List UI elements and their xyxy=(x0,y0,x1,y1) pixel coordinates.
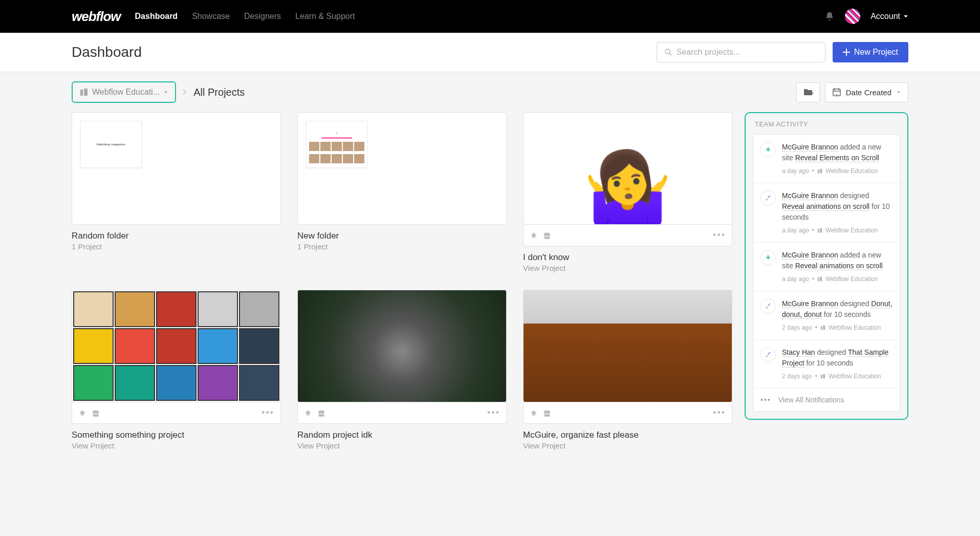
card-more-button[interactable]: ••• xyxy=(262,408,274,418)
folder-preview: Mailchimp integration xyxy=(80,121,142,168)
notifications-icon[interactable] xyxy=(824,11,835,22)
breadcrumb-current: All Projects xyxy=(193,87,245,98)
top-nav: webflow Dashboard Showcase Designers Lea… xyxy=(0,0,980,33)
card-title: McGuire, organize fast please xyxy=(523,430,732,440)
project-thumb: 🤷‍♀️ xyxy=(523,112,732,225)
activity-item[interactable]: Stacy Han designed That Sample Project f… xyxy=(753,340,900,389)
building-icon xyxy=(820,374,825,379)
card-subtitle[interactable]: View Project xyxy=(523,264,732,272)
team-name: Webflow Educati... xyxy=(92,88,160,97)
projects-grid: Mailchimp integration Random folder 1 Pr… xyxy=(72,112,732,450)
activity-user[interactable]: McGuire Brannon xyxy=(782,251,838,260)
shop-icon xyxy=(543,409,551,417)
building-icon xyxy=(820,325,825,330)
card-footer: ••• xyxy=(297,402,507,424)
project-thumb xyxy=(297,290,507,402)
team-activity-panel: TEAM ACTIVITY + McGuire Brannon added a … xyxy=(745,112,908,420)
activity-meta: a day ago • Webflow Education xyxy=(782,226,892,235)
activity-user[interactable]: McGuire Brannon xyxy=(782,299,838,308)
project-card[interactable]: ••• McGuire, organize fast please View P… xyxy=(523,290,732,450)
activity-title: TEAM ACTIVITY xyxy=(753,120,900,128)
brush-icon xyxy=(760,298,776,314)
brush-icon xyxy=(760,347,776,362)
activity-target[interactable]: Reveal animations on scroll xyxy=(795,262,883,270)
svg-rect-15 xyxy=(820,228,822,233)
project-card[interactable]: ••• Random project idk View Project xyxy=(297,290,507,450)
more-icon: ••• xyxy=(760,396,771,404)
search-box[interactable] xyxy=(657,42,825,62)
project-card[interactable]: 🤷‍♀️ ••• I don't know View Project xyxy=(523,112,732,272)
new-folder-button[interactable] xyxy=(796,82,820,102)
shop-icon xyxy=(317,409,325,417)
card-subtitle: 1 Project xyxy=(297,242,507,251)
svg-rect-14 xyxy=(818,229,819,233)
activity-item[interactable]: McGuire Brannon designed Reveal animatio… xyxy=(753,183,900,243)
activity-action: designed xyxy=(815,348,848,356)
activity-target[interactable]: Reveal animations on scroll xyxy=(782,202,869,211)
page-title: Dashboard xyxy=(72,44,142,60)
sort-button[interactable]: Date Created xyxy=(825,82,908,102)
chevron-right-icon xyxy=(182,89,187,96)
avatar[interactable] xyxy=(845,9,860,24)
nav-link-designers[interactable]: Designers xyxy=(244,12,281,21)
svg-rect-20 xyxy=(821,375,822,379)
chevron-down-icon xyxy=(903,14,908,19)
rocket-icon xyxy=(530,409,538,417)
plus-icon xyxy=(843,49,850,56)
rocket-icon xyxy=(78,409,86,417)
activity-user[interactable]: Stacy Han xyxy=(782,348,815,357)
activity-team: Webflow Education xyxy=(825,226,878,235)
folder-card[interactable]: Mailchimp integration Random folder 1 Pr… xyxy=(72,112,281,272)
activity-user[interactable]: McGuire Brannon xyxy=(782,191,838,200)
card-subtitle[interactable]: View Project xyxy=(72,441,281,450)
folder-card[interactable]: ● New folder 1 Project xyxy=(297,112,507,272)
activity-item[interactable]: + McGuire Brannon added a new site Revea… xyxy=(753,135,900,183)
card-title: Something something project xyxy=(72,430,281,440)
calendar-icon xyxy=(833,88,841,96)
activity-time: a day ago xyxy=(782,166,809,176)
activity-item[interactable]: + McGuire Brannon added a new site Revea… xyxy=(753,243,900,291)
card-subtitle: 1 Project xyxy=(72,242,281,251)
project-thumb xyxy=(523,290,732,402)
activity-user[interactable]: McGuire Brannon xyxy=(782,143,838,152)
search-input[interactable] xyxy=(677,48,818,57)
svg-rect-21 xyxy=(823,374,825,379)
activity-meta: a day ago • Webflow Education xyxy=(782,274,892,284)
card-title: Random folder xyxy=(72,231,281,241)
card-more-button[interactable]: ••• xyxy=(713,408,726,418)
nav-link-learn-support[interactable]: Learn & Support xyxy=(295,12,355,21)
top-nav-right: Account xyxy=(824,9,908,24)
nav-link-dashboard[interactable]: Dashboard xyxy=(135,12,178,21)
activity-action: designed xyxy=(838,191,869,200)
card-more-button[interactable]: ••• xyxy=(487,408,500,418)
activity-meta: 2 days ago • Webflow Education xyxy=(782,323,892,332)
card-subtitle[interactable]: View Project xyxy=(297,441,507,450)
activity-time: 2 days ago xyxy=(782,372,812,381)
brush-icon xyxy=(760,190,776,206)
breadcrumb-separator xyxy=(182,89,187,96)
folder-plus-icon xyxy=(803,88,813,96)
card-subtitle[interactable]: View Project xyxy=(523,441,732,450)
new-project-button[interactable]: New Project xyxy=(833,42,908,62)
project-card[interactable]: ••• Something something project View Pro… xyxy=(72,290,281,450)
activity-target[interactable]: Reveal Elements on Scroll xyxy=(795,154,879,162)
account-label: Account xyxy=(870,12,900,21)
nav-link-showcase[interactable]: Showcase xyxy=(192,12,230,21)
account-menu[interactable]: Account xyxy=(870,12,908,21)
activity-item[interactable]: McGuire Brannon designed Donut, donut, d… xyxy=(753,291,900,340)
logo[interactable]: webflow xyxy=(72,9,121,25)
activity-meta: a day ago • Webflow Education xyxy=(782,166,892,176)
svg-rect-4 xyxy=(80,90,83,96)
card-status-icons xyxy=(304,409,325,417)
building-icon xyxy=(80,88,88,96)
sort-label: Date Created xyxy=(846,88,891,97)
view-all-notifications[interactable]: ••• View All Notifications xyxy=(753,389,900,411)
svg-rect-18 xyxy=(821,326,822,330)
activity-suffix: for 10 seconds xyxy=(822,310,871,318)
new-project-label: New Project xyxy=(854,48,898,57)
activity-time: a day ago xyxy=(782,226,809,235)
activity-team: Webflow Education xyxy=(825,166,878,176)
team-selector[interactable]: Webflow Educati... xyxy=(72,81,176,103)
card-footer: ••• xyxy=(523,402,732,424)
card-more-button[interactable]: ••• xyxy=(713,230,726,241)
